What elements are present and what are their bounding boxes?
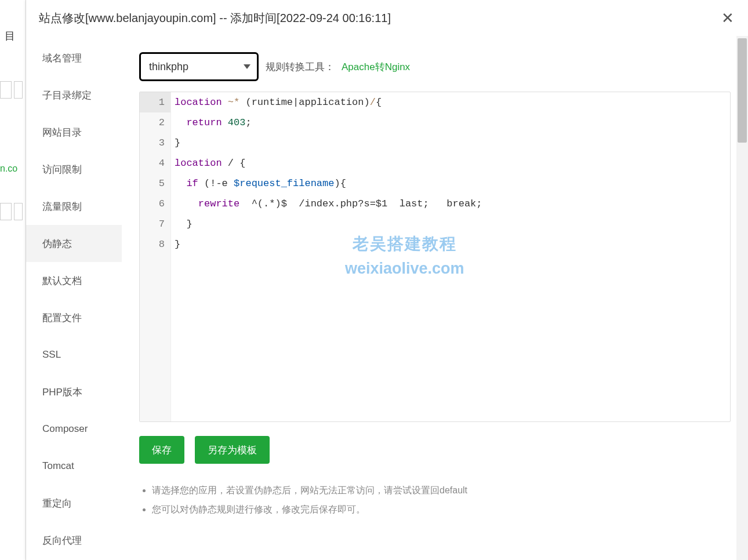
tip-item: 请选择您的应用，若设置伪静态后，网站无法正常访问，请尝试设置回default xyxy=(152,485,731,497)
code-line[interactable]: } xyxy=(175,133,730,153)
scrollbar-thumb[interactable] xyxy=(738,38,747,143)
site-edit-dialog: 站点修改[www.belanjayoupin.com] -- 添加时间[2022… xyxy=(26,0,748,560)
sidebar-item-tomcat[interactable]: Tomcat xyxy=(26,448,122,485)
button-row: 保存 另存为模板 xyxy=(139,436,731,464)
convert-label: 规则转换工具： xyxy=(266,60,335,74)
background-app: 目 n.co xyxy=(0,0,26,560)
code-line[interactable]: if (!-e $request_filename){ xyxy=(175,173,730,194)
line-number: 1 xyxy=(140,92,170,112)
line-number: 7 xyxy=(140,214,170,234)
scrollbar-track[interactable] xyxy=(736,36,748,560)
line-number: 3 xyxy=(140,133,170,153)
watermark-line2: weixiaolive.com xyxy=(345,259,464,279)
sidebar-item-redirect[interactable]: 重定向 xyxy=(26,485,122,522)
close-icon[interactable]: ✕ xyxy=(721,10,734,26)
sidebar-item-php-ver[interactable]: PHP版本 xyxy=(26,373,122,410)
code-line[interactable]: } xyxy=(175,234,730,254)
dialog-body: 域名管理子目录绑定网站目录访问限制流量限制伪静态默认文档配置文件SSLPHP版本… xyxy=(26,36,748,560)
sidebar-item-traffic-limit[interactable]: 流量限制 xyxy=(26,188,122,225)
toolbar-row: thinkphp 规则转换工具： Apache转Nginx xyxy=(139,52,731,81)
code-line[interactable]: return 403; xyxy=(175,112,730,133)
sidebar-item-rewrite[interactable]: 伪静态 xyxy=(26,225,122,262)
bg-stub-select xyxy=(14,81,23,99)
template-select[interactable]: thinkphp xyxy=(139,52,259,81)
bg-stub-select xyxy=(0,81,12,99)
line-number: 4 xyxy=(140,153,170,173)
tips-list: 请选择您的应用，若设置伪静态后，网站无法正常访问，请尝试设置回default 您… xyxy=(139,485,731,516)
editor-code-area[interactable]: 老吴搭建教程 weixiaolive.com location ~* (runt… xyxy=(171,92,730,421)
rewrite-panel: thinkphp 规则转换工具： Apache转Nginx 12345678 老… xyxy=(122,36,748,560)
bg-partial-text: 目 xyxy=(5,29,15,43)
line-number: 2 xyxy=(140,112,170,133)
line-number: 5 xyxy=(140,173,170,194)
apache-to-nginx-link[interactable]: Apache转Nginx xyxy=(342,60,410,74)
bg-partial-domain: n.co xyxy=(0,163,17,174)
sidebar-item-default-doc[interactable]: 默认文档 xyxy=(26,262,122,299)
sidebar-item-subdir[interactable]: 子目录绑定 xyxy=(26,77,122,114)
dialog-sidebar: 域名管理子目录绑定网站目录访问限制流量限制伪静态默认文档配置文件SSLPHP版本… xyxy=(26,36,122,560)
sidebar-item-webdir[interactable]: 网站目录 xyxy=(26,114,122,151)
save-as-template-button[interactable]: 另存为模板 xyxy=(195,436,270,464)
dialog-title: 站点修改[www.belanjayoupin.com] -- 添加时间[2022… xyxy=(39,10,391,26)
editor-gutter: 12345678 xyxy=(140,92,171,421)
tip-item: 您可以对伪静态规则进行修改，修改完后保存即可。 xyxy=(152,504,731,516)
sidebar-item-config[interactable]: 配置文件 xyxy=(26,299,122,336)
code-line[interactable]: rewrite ^(.*)$ /index.php?s=$1 last; bre… xyxy=(175,194,730,214)
bg-stub-select xyxy=(14,203,23,220)
save-button[interactable]: 保存 xyxy=(139,436,184,464)
code-line[interactable]: location ~* (runtime|application)/{ xyxy=(175,92,730,112)
template-select-wrap: thinkphp xyxy=(139,52,259,81)
dialog-header: 站点修改[www.belanjayoupin.com] -- 添加时间[2022… xyxy=(26,0,748,36)
code-editor[interactable]: 12345678 老吴搭建教程 weixiaolive.com location… xyxy=(139,92,731,422)
code-line[interactable]: location / { xyxy=(175,153,730,173)
sidebar-item-access-limit[interactable]: 访问限制 xyxy=(26,151,122,188)
line-number: 8 xyxy=(140,234,170,254)
sidebar-item-domain[interactable]: 域名管理 xyxy=(26,39,122,77)
sidebar-item-reverse-proxy[interactable]: 反向代理 xyxy=(26,522,122,559)
bg-stub-select xyxy=(0,203,12,220)
line-number: 6 xyxy=(140,194,170,214)
code-line[interactable]: } xyxy=(175,214,730,234)
sidebar-item-composer[interactable]: Composer xyxy=(26,410,122,448)
sidebar-item-ssl[interactable]: SSL xyxy=(26,336,122,373)
